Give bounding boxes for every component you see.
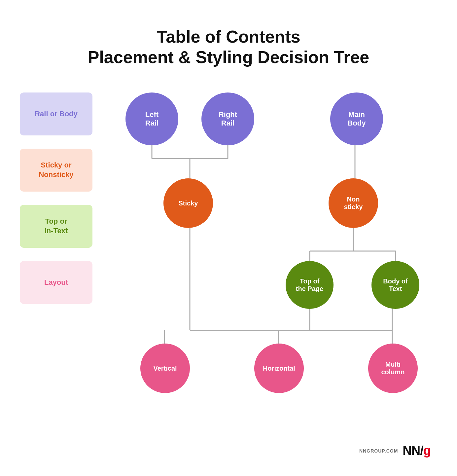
node-right-rail: Right Rail: [201, 92, 254, 145]
node-nonsticky: Non sticky: [329, 178, 378, 228]
node-left-rail: Left Rail: [125, 92, 178, 145]
node-top-of-page: Top of the Page: [286, 261, 334, 309]
legend: Rail or Body Sticky or Nonsticky Top or …: [20, 92, 92, 304]
node-main-body: Main Body: [330, 92, 383, 145]
legend-rail-or-body: Rail or Body: [20, 92, 92, 135]
node-multicolumn: Multi column: [368, 344, 418, 393]
node-body-of-text: Body of Text: [371, 261, 419, 309]
page-title: Table of Contents Placement & Styling De…: [0, 0, 457, 68]
legend-layout: Layout: [20, 261, 92, 304]
branding-logo: NN/g: [403, 444, 431, 458]
branding: NNGROUP.COM NN/g: [359, 444, 431, 458]
branding-url: NNGROUP.COM: [359, 448, 398, 454]
legend-top-or-intext: Top or In-Text: [20, 205, 92, 248]
legend-sticky-or-nonsticky: Sticky or Nonsticky: [20, 149, 92, 192]
tree-diagram: Left Rail Right Rail Main Body Sticky No…: [109, 79, 439, 443]
node-horizontal: Horizontal: [254, 344, 304, 393]
node-sticky: Sticky: [163, 178, 213, 228]
node-vertical: Vertical: [140, 344, 190, 393]
